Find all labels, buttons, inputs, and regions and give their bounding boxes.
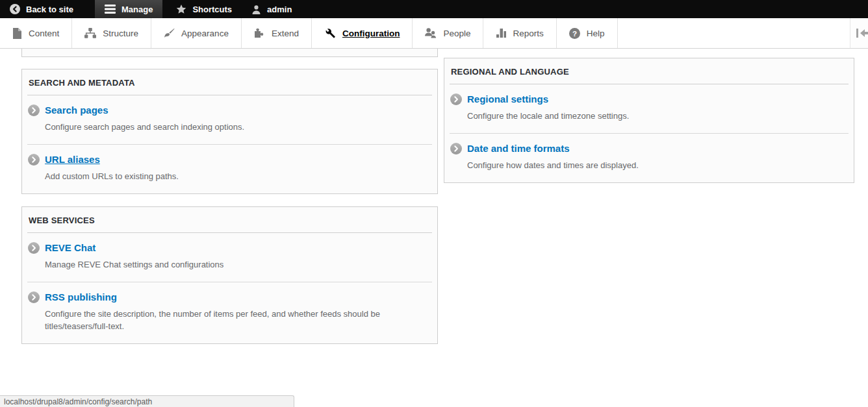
list-item: REVE Chat Manage REVE Chat settings and … <box>22 233 437 282</box>
puzzle-icon <box>254 28 265 38</box>
panel-title: SEARCH AND METADATA <box>27 69 432 95</box>
tab-extend-label: Extend <box>272 29 299 38</box>
tab-reports-label: Reports <box>513 29 543 38</box>
panel-web-services: WEB SERVICES REVE Chat Manage REVE Chat … <box>21 206 438 344</box>
toolbar-orientation-toggle[interactable] <box>850 18 868 48</box>
shortcuts-label: Shortcuts <box>192 5 232 14</box>
tab-appearance-label: Appearance <box>181 29 229 38</box>
panel-title: REGIONAL AND LANGUAGE <box>450 58 849 84</box>
link-url-aliases[interactable]: URL aliases <box>45 153 100 166</box>
link-search-pages[interactable]: Search pages <box>45 104 108 117</box>
item-description: Configure search pages and search indexi… <box>45 121 409 134</box>
link-date-time-formats[interactable]: Date and time formats <box>467 142 570 155</box>
shortcuts-tab[interactable]: Shortcuts <box>166 0 242 18</box>
user-label: admin <box>267 5 292 14</box>
chevron-right-circle-icon <box>28 242 40 254</box>
partial-panel-above <box>21 49 438 57</box>
browser-status-bar: localhost/drupal8/admin/config/search/pa… <box>0 395 294 407</box>
item-description: Add custom URLs to existing paths. <box>45 171 409 183</box>
admin-menubar: Content Structure Appearance Extend Conf… <box>0 18 868 49</box>
link-reve-chat[interactable]: REVE Chat <box>45 241 96 254</box>
tab-content[interactable]: Content <box>0 18 72 48</box>
tab-content-label: Content <box>29 29 59 38</box>
item-description: Configure the site description, the numb… <box>45 308 409 333</box>
chevron-right-circle-icon <box>28 154 40 166</box>
panel-regional-and-language: REGIONAL AND LANGUAGE Regional settings … <box>444 58 854 183</box>
user-icon <box>251 5 261 14</box>
list-item: Search pages Configure search pages and … <box>22 95 437 144</box>
user-menu[interactable]: admin <box>242 0 301 18</box>
back-arrow-icon <box>10 4 20 14</box>
people-icon <box>425 28 437 38</box>
sitemap-icon <box>84 28 96 38</box>
item-description: Manage REVE Chat settings and configurat… <box>45 259 409 271</box>
tab-configuration[interactable]: Configuration <box>312 18 413 48</box>
list-item: Date and time formats Configure how date… <box>444 134 854 182</box>
chevron-right-circle-icon <box>28 291 40 303</box>
admin-toolbar: Back to site Manage Shortcuts admin <box>0 0 868 18</box>
tab-reports[interactable]: Reports <box>483 18 556 48</box>
tab-structure-label: Structure <box>103 29 138 38</box>
tab-configuration-label: Configuration <box>342 29 400 38</box>
svg-text:?: ? <box>572 29 577 37</box>
chevron-right-circle-icon <box>450 143 462 154</box>
chevron-right-circle-icon <box>450 93 462 105</box>
tab-structure[interactable]: Structure <box>72 18 151 48</box>
link-rss-publishing[interactable]: RSS publishing <box>45 291 117 304</box>
help-icon: ? <box>569 28 580 39</box>
panel-search-and-metadata: SEARCH AND METADATA Search pages Configu… <box>21 69 438 194</box>
back-to-site-button[interactable]: Back to site <box>0 0 83 18</box>
panel-title: WEB SERVICES <box>27 207 432 233</box>
file-icon <box>12 28 22 39</box>
star-icon <box>176 5 186 14</box>
item-description: Configure how dates and times are displa… <box>467 160 831 172</box>
tab-help[interactable]: ? Help <box>557 18 618 48</box>
tab-people[interactable]: People <box>413 18 483 48</box>
tab-appearance[interactable]: Appearance <box>151 18 242 48</box>
list-item: RSS publishing Configure the site descri… <box>22 282 437 343</box>
hamburger-icon <box>105 5 116 14</box>
list-item: URL aliases Add custom URLs to existing … <box>22 145 437 193</box>
wrench-icon <box>324 27 336 39</box>
configuration-page-content: SEARCH AND METADATA Search pages Configu… <box>0 49 868 407</box>
tab-people-label: People <box>443 29 470 38</box>
tab-help-label: Help <box>587 29 605 38</box>
paintbrush-icon <box>164 28 175 39</box>
list-item: Regional settings Configure the locale a… <box>444 84 854 133</box>
toolbar-orientation-toggle-icon <box>856 28 868 38</box>
back-to-site-label: Back to site <box>26 5 73 14</box>
item-description: Configure the locale and timezone settin… <box>467 110 831 123</box>
manage-tab[interactable]: Manage <box>95 0 162 18</box>
tab-extend[interactable]: Extend <box>242 18 312 48</box>
barchart-icon <box>496 28 506 38</box>
status-url: localhost/drupal8/admin/config/search/pa… <box>4 397 152 406</box>
manage-label: Manage <box>121 5 153 14</box>
chevron-right-circle-icon <box>28 105 40 116</box>
link-regional-settings[interactable]: Regional settings <box>467 93 548 106</box>
